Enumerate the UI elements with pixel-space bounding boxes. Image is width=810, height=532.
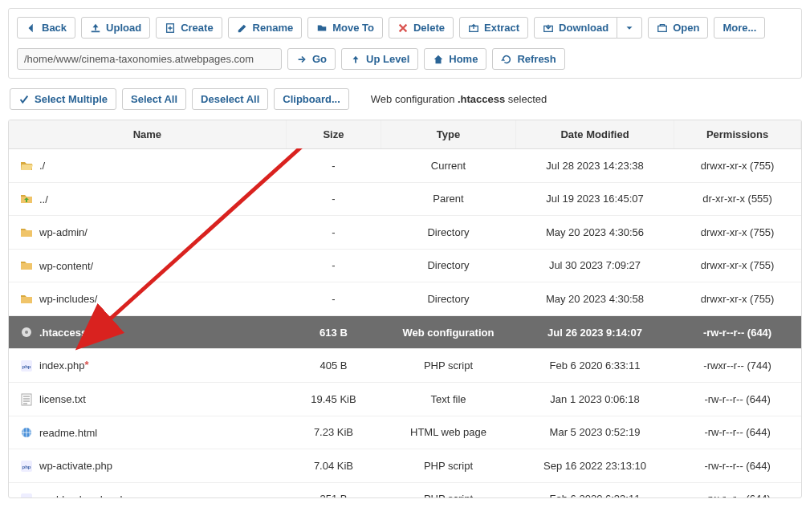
cell-type: Directory: [381, 216, 516, 250]
create-button[interactable]: Create: [156, 17, 222, 39]
download-icon: [543, 22, 554, 34]
more-button[interactable]: More...: [714, 17, 765, 39]
cell-name: ../: [9, 182, 286, 216]
text-icon: [20, 393, 33, 406]
scroll-area[interactable]: Name Size Type Date Modified Permissions…: [9, 120, 801, 497]
cell-name: wp-admin/: [9, 216, 286, 250]
cell-name: .htaccess: [9, 315, 286, 349]
pencil-icon: [237, 22, 248, 34]
file-table: Name Size Type Date Modified Permissions…: [9, 120, 801, 497]
cell-type: PHP script: [381, 482, 516, 497]
open-icon: [657, 22, 668, 34]
main-toolbar: Back Upload Create Rename Move To Delete…: [17, 17, 793, 39]
home-icon: [433, 54, 444, 65]
table-row[interactable]: phpwp-blog-header.php351 BPHP scriptFeb …: [9, 482, 801, 497]
table-row[interactable]: wp-admin/-DirectoryMay 20 2023 4:30:56dr…: [9, 216, 801, 250]
cell-perm: -rw-r--r-- (644): [674, 482, 801, 497]
file-name: wp-admin/: [39, 226, 88, 238]
delete-icon: [397, 22, 409, 34]
clipboard-label: Clipboard...: [283, 93, 340, 105]
cell-date: May 20 2023 4:30:58: [515, 282, 674, 316]
upload-icon: [90, 22, 101, 34]
cell-size: 7.04 KiB: [286, 449, 381, 483]
cell-date: Jul 28 2023 14:23:38: [515, 149, 674, 183]
download-caret-button[interactable]: [617, 17, 642, 39]
path-input[interactable]: [17, 48, 282, 70]
file-plus-icon: [165, 22, 176, 34]
clipboard-button[interactable]: Clipboard...: [274, 88, 349, 110]
upload-button[interactable]: Upload: [81, 17, 150, 39]
gear-icon: [20, 326, 33, 339]
cell-perm: dr-xr-xr-x (555): [674, 182, 801, 216]
table-row[interactable]: phpwp-activate.php7.04 KiBPHP scriptSep …: [9, 449, 801, 483]
status-suffix: selected: [505, 93, 547, 105]
home-label: Home: [449, 53, 478, 65]
home-button[interactable]: Home: [424, 48, 486, 70]
path-bar: Go Up Level Home Refresh: [17, 48, 793, 70]
uplevel-button[interactable]: Up Level: [341, 48, 418, 70]
table-header-row: Name Size Type Date Modified Permissions: [9, 120, 801, 149]
cell-size: 351 B: [286, 482, 381, 497]
cell-type: Current: [381, 149, 516, 183]
back-label: Back: [42, 22, 67, 34]
refresh-icon: [501, 54, 512, 65]
cell-size: 7.23 KiB: [286, 416, 381, 449]
table-row[interactable]: wp-includes/-DirectoryMay 20 2023 4:30:5…: [9, 282, 801, 316]
file-name: index.php: [39, 359, 84, 372]
arrow-up-icon: [350, 54, 361, 65]
status-filename: .htaccess: [458, 93, 505, 105]
moveto-button[interactable]: Move To: [307, 17, 383, 39]
col-date[interactable]: Date Modified: [515, 120, 674, 149]
move-icon: [316, 22, 328, 34]
cell-perm: drwxr-xr-x (755): [674, 249, 801, 282]
delete-button[interactable]: Delete: [389, 17, 454, 39]
col-perm[interactable]: Permissions: [674, 120, 801, 149]
select-multiple-button[interactable]: Select Multiple: [10, 88, 116, 110]
extract-label: Extract: [484, 22, 519, 34]
status-text: Web configuration .htaccess selected: [371, 93, 547, 105]
extract-icon: [468, 22, 479, 34]
download-group: Download: [534, 17, 642, 39]
cell-perm: -rw-r--r-- (644): [674, 416, 801, 449]
svg-text:php: php: [22, 364, 31, 369]
file-name: ./: [39, 160, 45, 172]
open-button[interactable]: Open: [648, 17, 708, 39]
table-row[interactable]: wp-content/-DirectoryJul 30 2023 7:09:27…: [9, 249, 801, 282]
cell-type: PHP script: [381, 449, 516, 483]
table-row[interactable]: license.txt19.45 KiBText fileJan 1 2023 …: [9, 382, 801, 416]
cell-perm: -rw-r--r-- (644): [674, 449, 801, 483]
rename-button[interactable]: Rename: [228, 17, 303, 39]
file-name: wp-blog-header.php: [39, 493, 132, 497]
file-name: wp-content/: [39, 260, 93, 272]
php-icon: php: [20, 359, 33, 372]
table-row[interactable]: ./-CurrentJul 28 2023 14:23:38drwxr-xr-x…: [9, 149, 801, 183]
col-name[interactable]: Name: [9, 120, 286, 149]
cell-date: Feb 6 2020 6:33:11: [515, 349, 674, 383]
refresh-button[interactable]: Refresh: [492, 48, 564, 70]
go-button[interactable]: Go: [287, 48, 336, 70]
col-size[interactable]: Size: [286, 120, 381, 149]
download-button[interactable]: Download: [534, 17, 617, 39]
col-type[interactable]: Type: [381, 120, 516, 149]
cell-size: 613 B: [286, 315, 381, 349]
cell-perm: drwxr-xr-x (755): [674, 282, 801, 316]
folder-icon: [20, 259, 33, 272]
table-row[interactable]: phpindex.php*405 BPHP scriptFeb 6 2020 6…: [9, 349, 801, 383]
back-button[interactable]: Back: [17, 17, 75, 39]
select-all-button[interactable]: Select All: [122, 88, 186, 110]
table-row[interactable]: .htaccess613 BWeb configurationJul 26 20…: [9, 315, 801, 349]
deselect-all-button[interactable]: Deselect All: [192, 88, 268, 110]
moveto-label: Move To: [332, 22, 374, 34]
php-icon: php: [20, 493, 33, 497]
table-row[interactable]: ../-ParentJul 19 2023 16:45:07dr-xr-xr-x…: [9, 182, 801, 216]
select-multiple-label: Select Multiple: [35, 93, 108, 105]
arrow-right-icon: [296, 54, 307, 65]
folder-icon: [20, 293, 33, 306]
delete-label: Delete: [413, 22, 445, 34]
table-row[interactable]: readme.html7.23 KiBHTML web pageMar 5 20…: [9, 416, 801, 449]
cell-type: Parent: [381, 182, 516, 216]
extract-button[interactable]: Extract: [459, 17, 528, 39]
cell-name: wp-includes/: [9, 282, 286, 316]
cell-date: May 20 2023 4:30:56: [515, 216, 674, 250]
cell-date: Jul 26 2023 9:14:07: [515, 315, 674, 349]
